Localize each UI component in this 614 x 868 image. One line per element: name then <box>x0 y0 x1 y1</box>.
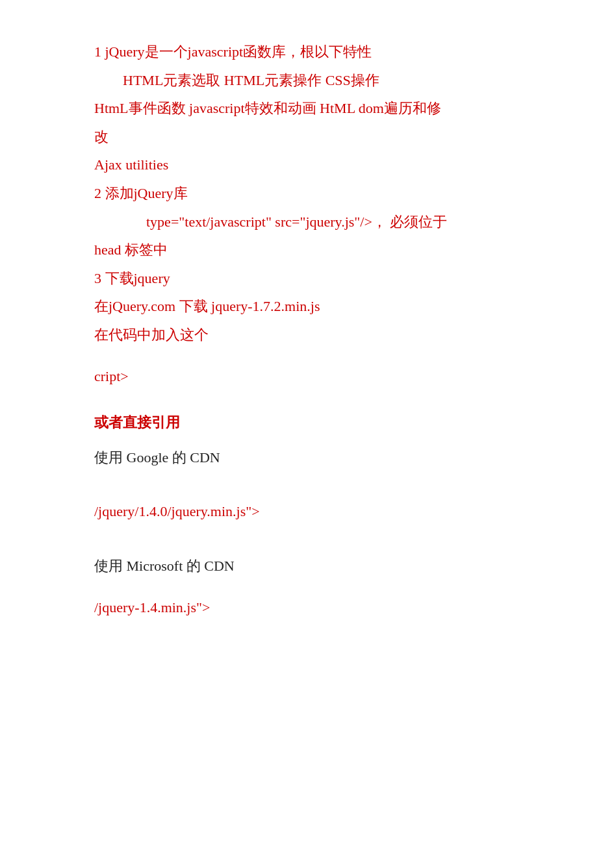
line-3: HtmL事件函数 javascript特效和动画 HtML dom遍历和修 <box>94 95 520 121</box>
line-13-google-url: /jquery/1.4.0/jquery.min.js"> <box>94 499 520 525</box>
line-1: 1 jQuery是一个javascript函数库，根以下特性 <box>94 39 520 65</box>
spacer-3 <box>94 438 520 445</box>
spacer-8 <box>94 582 520 595</box>
spacer-2 <box>94 391 520 404</box>
spacer-4 <box>94 473 520 486</box>
line-14-microsoft-cdn: 使用 Microsoft 的 CDN <box>94 553 520 579</box>
spacer-7 <box>94 540 520 553</box>
spacer-9 <box>94 623 520 636</box>
line-8: 在jQuery.com 下载 jquery-1.7.2.min.js <box>94 293 520 319</box>
spacer-1 <box>94 351 520 364</box>
line-4: Ajax utilities <box>94 152 520 178</box>
spacer-5 <box>94 486 520 499</box>
line-7: 3 下载jquery <box>94 266 520 291</box>
line-6b: head 标签中 <box>94 237 520 263</box>
line-6: type="text/javascript" src="jquery.js"/>… <box>94 209 520 235</box>
line-9: 在代码中加入这个 <box>94 322 520 348</box>
spacer-11 <box>94 649 520 662</box>
line-11-heading: 或者直接引用 <box>94 410 520 436</box>
line-2: HTML元素选取 HTML元素操作 CSS操作 <box>94 68 520 93</box>
main-content: 1 jQuery是一个javascript函数库，根以下特性 HTML元素选取 … <box>94 39 520 662</box>
line-12-google-cdn: 使用 Google 的 CDN <box>94 445 520 471</box>
line-5: 2 添加jQuery库 <box>94 180 520 206</box>
spacer-10 <box>94 636 520 649</box>
line-10: cript> <box>94 364 520 390</box>
line-15-microsoft-url: /jquery-1.4.min.js"> <box>94 595 520 621</box>
spacer-6 <box>94 527 520 540</box>
line-3b: 改 <box>94 124 520 150</box>
